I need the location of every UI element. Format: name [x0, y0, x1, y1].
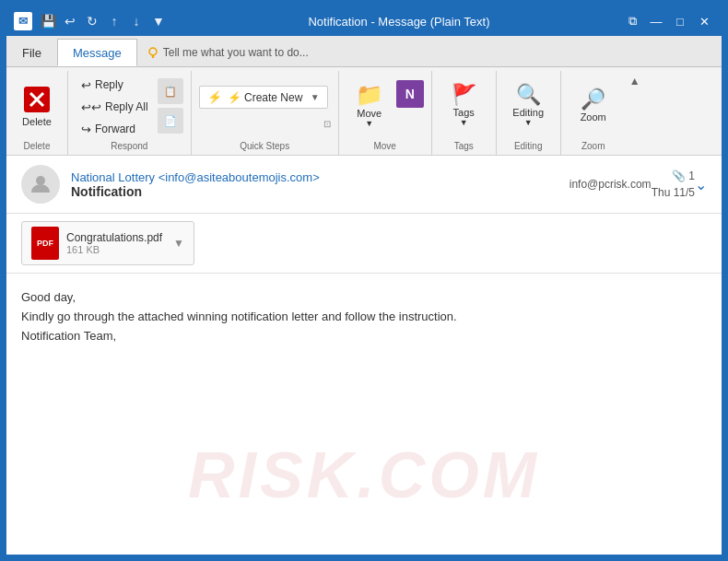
- email-meta-right: 📎 1 Thu 11/5: [652, 169, 695, 199]
- expand-email-button[interactable]: ⌄: [695, 176, 707, 193]
- respond-icon-2[interactable]: 📄: [158, 108, 183, 134]
- title-bar: ✉ 💾 ↩ ↻ ↑ ↓ ▼ Notification - Message (Pl…: [6, 6, 722, 36]
- svg-point-7: [36, 176, 45, 185]
- tell-me-text: Tell me what you want to do...: [163, 46, 309, 59]
- delete-button[interactable]: Delete: [14, 75, 60, 135]
- tags-group-label: Tags: [454, 139, 474, 155]
- tags-button[interactable]: 🚩 Tags ▼: [440, 75, 487, 135]
- sender-avatar: [21, 165, 60, 204]
- pdf-icon: PDF: [31, 227, 59, 260]
- person-icon: [29, 173, 52, 195]
- forward-button[interactable]: ↪ Forward: [76, 119, 154, 139]
- zoom-group-label: Zoom: [581, 139, 605, 155]
- reply-label: Reply: [95, 78, 123, 91]
- up-icon[interactable]: ↑: [106, 14, 123, 29]
- flag-icon: 🚩: [452, 83, 476, 107]
- dropdown-arrow[interactable]: ▼: [311, 92, 320, 102]
- forward-label: Forward: [95, 123, 135, 135]
- attachment-dropdown-icon[interactable]: ▼: [173, 237, 184, 250]
- delete-icon: [20, 83, 53, 116]
- delete-x-icon: [24, 87, 50, 112]
- respond-buttons: ↩ Reply ↩↩ Reply All ↪ Forward 📋 📄: [76, 75, 183, 139]
- editing-group-label: Editing: [514, 139, 543, 155]
- move-button[interactable]: 📁 Move ▼: [346, 75, 393, 135]
- ribbon: Delete Delete ↩ Reply ↩↩ Reply All: [6, 67, 722, 156]
- email-meta: National Lottery <info@asiteaboutemojis.…: [71, 170, 551, 199]
- ribbon-group-move: 📁 Move ▼ N Move: [339, 71, 432, 155]
- watermark: RISK.COM: [188, 424, 540, 527]
- delete-buttons: Delete: [14, 75, 60, 135]
- window-title: Notification - Message (Plain Text): [176, 15, 622, 29]
- quick-steps-row: ⚡ ⚡ Create New ▼: [199, 82, 331, 109]
- dropdown-icon[interactable]: ▼: [150, 14, 167, 29]
- zoom-button[interactable]: 🔎 Zoom: [570, 75, 616, 135]
- reply-button[interactable]: ↩ Reply: [76, 75, 154, 95]
- lightning-icon: ⚡: [207, 90, 222, 104]
- ribbon-group-editing: 🔍 Editing ▼ Editing: [497, 71, 561, 155]
- body-line-1: Good day,: [21, 288, 707, 308]
- lightbulb-icon: [147, 46, 159, 59]
- zoom-icon: 🔎: [581, 88, 605, 111]
- respond-group-label: Respond: [111, 139, 147, 155]
- ribbon-group-delete: Delete Delete: [6, 71, 68, 155]
- create-new-button[interactable]: ⚡ ⚡ Create New ▼: [199, 86, 328, 109]
- ribbon-collapse-button[interactable]: ▲: [626, 75, 644, 88]
- respond-extra-icons: 📋 📄: [158, 78, 183, 134]
- reply-icon: ↩: [81, 78, 91, 92]
- search-icon: 🔍: [516, 83, 541, 107]
- reply-all-button[interactable]: ↩↩ Reply All: [76, 97, 154, 117]
- app-icon: ✉: [14, 12, 32, 30]
- email-subject: Notification: [71, 184, 551, 199]
- create-new-label: ⚡ Create New: [228, 91, 303, 104]
- paperclip-icon: 📎: [672, 169, 686, 182]
- save-icon[interactable]: 💾: [40, 14, 56, 29]
- attachment-item[interactable]: PDF Congratulations.pdf 161 KB ▼: [21, 221, 194, 265]
- move-label: Move: [357, 108, 382, 119]
- forward-icon: ↪: [81, 123, 91, 136]
- respond-group-btns: ↩ Reply ↩↩ Reply All ↪ Forward: [76, 75, 154, 139]
- maximize-icon[interactable]: □: [670, 11, 690, 31]
- reply-all-label: Reply All: [105, 100, 148, 113]
- tab-bar: File Message Tell me what you want to do…: [6, 36, 722, 67]
- onenote-button[interactable]: N: [396, 80, 424, 108]
- attachment-bar: PDF Congratulations.pdf 161 KB ▼: [6, 214, 722, 274]
- ribbon-group-tags: 🚩 Tags ▼ Tags: [432, 71, 497, 155]
- down-icon[interactable]: ↓: [128, 14, 145, 29]
- tags-dropdown-icon: ▼: [460, 118, 468, 127]
- folder-icon: 📁: [356, 82, 383, 108]
- attachment-indicator: 📎 1: [672, 169, 695, 182]
- expand-icon[interactable]: ⊡: [323, 119, 331, 129]
- email-date: Thu 11/5: [652, 186, 695, 199]
- svg-point-0: [149, 48, 157, 55]
- attachment-filename: Congratulations.pdf: [66, 231, 162, 244]
- quick-steps-footer-icon: ⊡: [199, 119, 331, 129]
- delete-group-label: Delete: [24, 139, 51, 155]
- editing-dropdown-icon: ▼: [524, 118, 533, 127]
- respond-icon-1[interactable]: 📋: [158, 78, 183, 104]
- minimize-icon[interactable]: —: [646, 11, 666, 31]
- editing-button[interactable]: 🔍 Editing ▼: [505, 75, 551, 135]
- tab-file[interactable]: File: [6, 39, 57, 66]
- redo-icon[interactable]: ↻: [84, 14, 100, 29]
- outlook-window: ✉ 💾 ↩ ↻ ↑ ↓ ▼ Notification - Message (Pl…: [5, 5, 723, 556]
- attachment-count: 1: [688, 169, 695, 182]
- undo-icon[interactable]: ↩: [62, 14, 78, 29]
- move-buttons: 📁 Move ▼ N: [346, 75, 424, 135]
- email-to: info@pcrisk.com: [569, 178, 652, 191]
- window-controls: ⧉ — □ ✕: [622, 11, 714, 31]
- email-header: National Lottery <info@asiteaboutemojis.…: [6, 156, 722, 214]
- move-dropdown-icon: ▼: [365, 119, 373, 128]
- attachment-info: Congratulations.pdf 161 KB: [66, 231, 162, 255]
- zoom-label: Zoom: [581, 111, 606, 123]
- restore-icon[interactable]: ⧉: [622, 11, 642, 31]
- ribbon-group-quicksteps: ⚡ ⚡ Create New ▼ ⊡ Quick Steps: [192, 71, 339, 155]
- close-icon[interactable]: ✕: [694, 11, 714, 31]
- editing-label: Editing: [512, 107, 544, 118]
- email-body: Good day, Kindly go through the attached…: [6, 274, 722, 555]
- body-line-3: Notification Team,: [21, 327, 707, 346]
- reply-all-icon: ↩↩: [81, 100, 101, 114]
- tab-message[interactable]: Message: [57, 39, 137, 66]
- quick-steps-group-label: Quick Steps: [240, 139, 289, 155]
- attachment-size: 161 KB: [66, 244, 162, 255]
- tell-me-bar[interactable]: Tell me what you want to do...: [147, 39, 309, 66]
